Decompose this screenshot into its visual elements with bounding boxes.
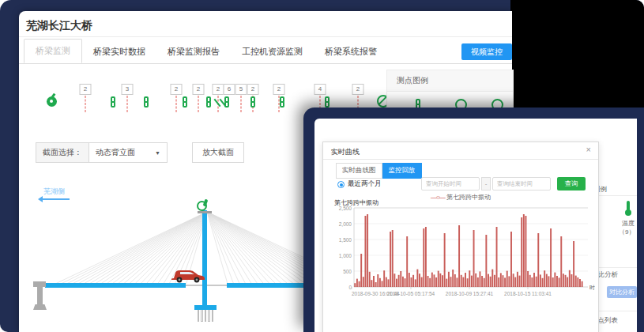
sensor-dashed-line	[176, 96, 177, 112]
svg-text:2,000: 2,000	[339, 221, 352, 227]
section-dropdown[interactable]: 动态背立面 ▼	[89, 142, 168, 163]
chain-sensor-icon[interactable]	[224, 96, 231, 108]
screenshot-canvas: 芜湖长江大桥 桥梁监测桥梁实时数据桥梁监测报告工控机资源监测桥梁系统报警 视频监…	[0, 0, 644, 332]
sensor-count-badge[interactable]: 3	[122, 84, 134, 95]
chain-sensor-icon[interactable]	[206, 96, 213, 108]
tab-2[interactable]: 桥梁监测报告	[156, 40, 231, 63]
chain-sensor-icon[interactable]	[111, 96, 117, 108]
chain-sensor-icon[interactable]	[183, 96, 189, 108]
svg-text:2018-10-09 15:27:41: 2018-10-09 15:27:41	[446, 291, 494, 296]
end-time-input[interactable]	[492, 177, 551, 191]
section-select-bar: 截面选择： 动态背立面 ▼ 放大截面	[36, 142, 244, 163]
sensor-count-badge[interactable]: 2	[80, 84, 92, 95]
page-title: 芜湖长江大桥	[26, 19, 92, 33]
compare-analysis-button[interactable]: 对比分析	[607, 286, 637, 298]
svg-text:2018-10-15 11:03:41: 2018-10-15 11:03:41	[504, 291, 552, 296]
sensor-dashed-line	[127, 96, 128, 112]
sensor-count-badge[interactable]: 4	[314, 84, 326, 95]
tower-crossbar	[198, 211, 212, 213]
video-monitor-button[interactable]: 视频监控	[461, 43, 512, 60]
chain-sensor-icon[interactable]	[325, 96, 331, 108]
legend-label: 第七跨跨中振动	[446, 194, 491, 201]
main-tabbar: 桥梁监测桥梁实时数据桥梁监测报告工控机资源监测桥梁系统报警	[24, 41, 388, 63]
abutment-base	[33, 304, 47, 310]
divider	[19, 36, 512, 37]
dialog-header: 实时曲线 ×	[323, 142, 598, 160]
sensor-count-badge[interactable]: 2	[193, 84, 205, 95]
tab-3[interactable]: 工控机资源监测	[231, 40, 314, 63]
gauge-sensor-icon[interactable]	[46, 93, 58, 108]
tabbar-underline	[19, 63, 512, 64]
chain-sensor-icon[interactable]	[250, 96, 257, 108]
legend-marker-icon: —○—	[431, 194, 445, 201]
sensor-count-badge[interactable]: 2	[213, 84, 224, 95]
realtime-curve-dialog: 实时曲线 × 实时曲线图监控回放 最近两个月 - 查询 —○— 第七跨跨中振动 …	[322, 141, 599, 332]
temperature-label: 温度	[622, 219, 635, 228]
sensor-count-badge[interactable]: 2	[352, 84, 364, 95]
car-icon	[171, 267, 205, 284]
sensor-count-badge[interactable]: 6	[224, 84, 235, 95]
chevron-down-icon: ▼	[155, 150, 160, 156]
tab-0[interactable]: 桥梁监测	[24, 39, 82, 63]
dialog-tabbar: 实时曲线图监控回放	[336, 163, 422, 179]
query-button[interactable]: 查询	[557, 177, 586, 191]
bridge-deck-left	[45, 283, 186, 288]
svg-text:1,500: 1,500	[339, 237, 352, 243]
enlarge-section-button[interactable]: 放大截面	[192, 142, 244, 163]
svg-text:时间: 时间	[589, 285, 595, 291]
sensor-dashed-line	[198, 96, 199, 112]
dialog-title: 实时曲线	[331, 147, 360, 157]
recent-two-months-radio[interactable]	[337, 181, 345, 188]
sensor-count-badge[interactable]: 2	[171, 84, 183, 95]
svg-text:2018-10-05 05:17:54: 2018-10-05 05:17:54	[387, 291, 435, 296]
thermometer-icon[interactable]	[623, 201, 634, 217]
sensor-count-badge[interactable]: 2	[247, 84, 259, 95]
tower-piles	[198, 310, 213, 322]
dialog-tab-1[interactable]: 监控回放	[382, 163, 422, 179]
svg-text:500: 500	[343, 269, 352, 274]
wind-sensor-icon[interactable]	[197, 199, 208, 210]
close-icon[interactable]: ×	[586, 145, 591, 154]
start-time-input[interactable]	[421, 177, 480, 191]
tab-4[interactable]: 桥梁系统报警	[314, 40, 388, 63]
bridge-tower	[202, 210, 207, 310]
chain-sensor-icon[interactable]	[280, 96, 286, 108]
sensor-dashed-line	[241, 96, 242, 112]
sensor-count-badge[interactable]: 5	[235, 84, 247, 95]
section-dropdown-value: 动态背立面	[96, 147, 135, 158]
abutment-shaft	[37, 287, 43, 306]
svg-text:2,500: 2,500	[339, 206, 352, 211]
recent-two-months-label: 最近两个月	[348, 179, 382, 189]
sensor-dashed-line	[85, 96, 86, 112]
svg-text:1,000: 1,000	[339, 253, 352, 258]
tab-1[interactable]: 桥梁实时数据	[82, 40, 156, 63]
dialog-tab-0[interactable]: 实时曲线图	[336, 163, 382, 179]
sensor-count-badge[interactable]: 2	[273, 84, 285, 95]
vibration-chart: 05001,0001,5002,0002,5002018-09-30 16:01…	[326, 206, 595, 308]
chain-sensor-icon[interactable]	[144, 96, 150, 108]
section-select-label: 截面选择：	[36, 142, 89, 163]
temperature-count: （9）	[619, 228, 635, 236]
background-black-region	[510, 0, 644, 113]
legend-panel-header: 测点图例	[387, 70, 513, 92]
abutment	[33, 281, 46, 287]
date-range-separator: -	[481, 177, 491, 191]
